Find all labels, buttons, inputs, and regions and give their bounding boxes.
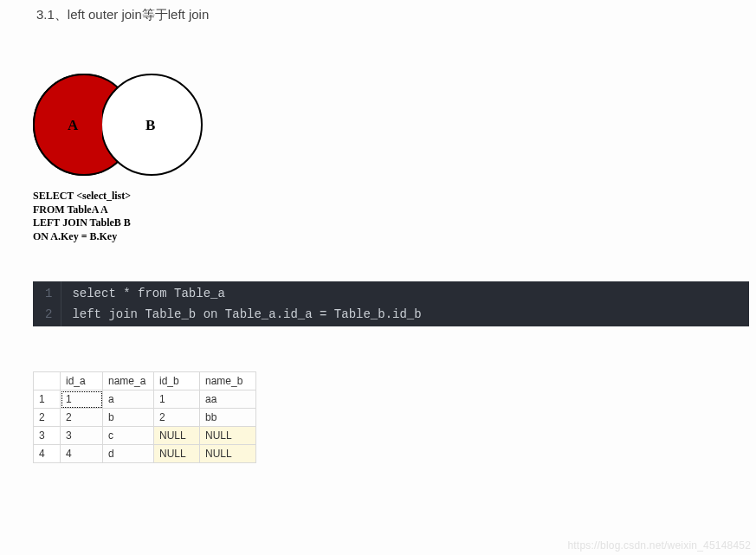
cell: 2 [61,409,103,427]
row-number: 1 [34,390,61,409]
cell-null: NULL [154,445,200,463]
cell-null: NULL [200,427,256,445]
row-number: 2 [34,409,61,427]
table-row: 4 4 d NULL NULL [34,445,256,463]
watermark: https://blog.csdn.net/weixin_45148452 [567,539,751,552]
cell: 1 [154,390,200,409]
line-number: 2 [45,304,52,325]
code-line: select * from Table_a [72,283,421,304]
cell: 3 [61,427,103,445]
row-number: 3 [34,427,61,445]
code-gutter: 1 2 [33,281,61,326]
cell: 2 [154,409,200,427]
cell: b [103,409,154,427]
table-row: 3 3 c NULL NULL [34,427,256,445]
section-heading: 3.1、left outer join等于left join [0,0,756,23]
cell: 1 [61,390,103,409]
row-number-header [34,372,61,390]
table-header-row: id_a name_a id_b name_b [34,372,256,390]
table-row: 1 1 a 1 aa [34,390,256,409]
result-table: id_a name_a id_b name_b 1 1 a 1 aa 2 2 b… [33,371,256,463]
table-row: 2 2 b 2 bb [34,409,256,427]
cell: d [103,445,154,463]
cell: aa [200,390,256,409]
line-number: 1 [45,283,52,304]
cell: c [103,427,154,445]
venn-diagram: A B SELECT <select_list> FROM TableA A L… [33,74,756,243]
venn-sql-caption: SELECT <select_list> FROM TableA A LEFT … [33,190,756,243]
code-content: select * from Table_a left join Table_b … [61,281,421,326]
col-header: name_b [200,372,256,390]
cell: 4 [61,445,103,463]
cell-null: NULL [200,445,256,463]
code-block: 1 2 select * from Table_a left join Tabl… [33,281,749,326]
col-header: id_a [61,372,103,390]
code-line: left join Table_b on Table_a.id_a = Tabl… [72,304,421,325]
venn-label-a: A [68,117,78,134]
col-header: id_b [154,372,200,390]
cell: bb [200,409,256,427]
venn-label-b: B [145,117,155,134]
row-number: 4 [34,445,61,463]
col-header: name_a [103,372,154,390]
cell: a [103,390,154,409]
cell-null: NULL [154,427,200,445]
